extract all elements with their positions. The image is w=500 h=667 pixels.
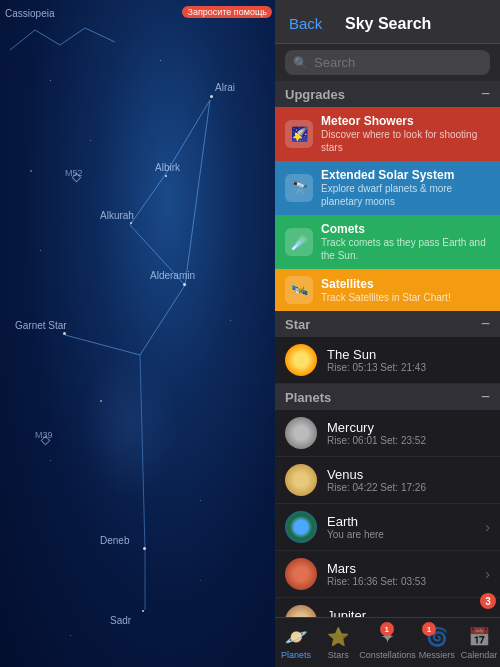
section-header-star: Star − [275,311,500,337]
sun-sub: Rise: 05:13 Set: 21:43 [327,362,490,373]
star-label-albirk: Albirk [155,162,180,173]
search-bar: 🔍 [275,44,500,81]
venus-name: Venus [327,467,490,482]
svg-line-3 [185,100,210,285]
back-button[interactable]: Back [285,13,326,34]
list-item-jupiter[interactable]: Jupiter Rise: 08:36 Set: 01:22 › [275,598,500,617]
jupiter-name: Jupiter [327,608,475,617]
earth-sub: You are here [327,529,475,540]
bottom-badge: 3 [480,593,496,609]
earth-icon [285,511,317,543]
star-label-alkurah: Alkurah [100,210,134,221]
upgrade-satellites-icon: 🛰️ [285,276,313,304]
mars-icon [285,558,317,590]
tab-calendar-label: Calendar [461,650,498,660]
tab-constellations[interactable]: ✦ 1 Constellations [359,618,416,667]
mercury-icon [285,417,317,449]
svg-line-4 [140,285,185,355]
search-icon: 🔍 [293,56,308,70]
sun-name: The Sun [327,347,490,362]
section-header-upgrades: Upgrades − [275,81,500,107]
section-collapse-star[interactable]: − [481,316,490,332]
venus-sub: Rise: 04:22 Set: 17:26 [327,482,490,493]
section-collapse-upgrades[interactable]: − [481,86,490,102]
upgrade-meteor-desc: Discover where to look for shooting star… [321,128,490,154]
list-item-mars[interactable]: Mars Rise: 16:36 Set: 03:53 › [275,551,500,598]
tab-planets-icon: 🪐 [285,626,307,648]
svg-line-1 [130,175,165,225]
obj-label-cassiopeia: Cassiopeia [5,8,54,19]
star-label-sadr: Sadr [110,615,131,626]
earth-name: Earth [327,514,475,529]
star-label-deneb: Deneb [100,535,129,546]
section-title-star: Star [285,317,310,332]
star-label-alderamin: Alderamin [150,270,195,281]
upgrade-solar-icon: 🔭 [285,174,313,202]
earth-chevron: › [485,519,490,535]
upgrade-meteor[interactable]: 🌠 Meteor Showers Discover where to look … [275,107,500,161]
mercury-name: Mercury [327,420,490,435]
list-item-sun[interactable]: The Sun Rise: 05:13 Set: 21:43 [275,337,500,384]
section-header-planets: Planets − [275,384,500,410]
tab-stars-icon: ⭐ [327,626,349,648]
star-label-garnet: Garnet Star [15,320,67,331]
tab-messiers-badge: 1 [422,622,436,636]
star-map: Alrai Albirk Alkurah Alderamin Garnet St… [0,0,280,667]
search-input-wrap[interactable]: 🔍 [285,50,490,75]
upgrade-comets-name: Comets [321,222,490,236]
upgrade-solar-desc: Explore dwarf planets & more planetary m… [321,182,490,208]
tab-messiers[interactable]: 🌀 1 Messiers [416,618,458,667]
header: Back Sky Search [275,0,500,44]
upgrade-solar[interactable]: 🔭 Extended Solar System Explore dwarf pl… [275,161,500,215]
sky-panel: Back Sky Search 🔍 Upgrades − 🌠 Meteor Sh… [275,0,500,667]
jupiter-chevron: › [485,613,490,617]
mars-chevron: › [485,566,490,582]
venus-icon [285,464,317,496]
tab-calendar[interactable]: 📅 Calendar [458,618,500,667]
jupiter-icon [285,605,317,617]
mars-name: Mars [327,561,475,576]
section-title-upgrades: Upgrades [285,87,345,102]
upgrade-solar-name: Extended Solar System [321,168,490,182]
upgrade-satellites-desc: Track Satellites in Star Chart! [321,291,451,304]
tab-planets[interactable]: 🪐 Planets [275,618,317,667]
list-item-earth[interactable]: Earth You are here › [275,504,500,551]
tab-constellations-badge: 1 [380,622,394,636]
section-collapse-planets[interactable]: − [481,389,490,405]
list-item-venus[interactable]: Venus Rise: 04:22 Set: 17:26 [275,457,500,504]
content-scroll[interactable]: Upgrades − 🌠 Meteor Showers Discover whe… [275,81,500,617]
tab-stars-label: Stars [328,650,349,660]
tab-planets-label: Planets [281,650,311,660]
upgrade-comets-desc: Track comets as they pass Earth and the … [321,236,490,262]
upgrade-comets-icon: ☄️ [285,228,313,256]
tab-calendar-icon: 📅 [468,626,490,648]
mars-sub: Rise: 16:36 Set: 03:53 [327,576,475,587]
list-item-mercury[interactable]: Mercury Rise: 06:01 Set: 23:52 [275,410,500,457]
section-title-planets: Planets [285,390,331,405]
star-label-alrai: Alrai [215,82,235,93]
sun-icon [285,344,317,376]
panel-title: Sky Search [326,15,450,33]
upgrade-satellites-name: Satellites [321,277,451,291]
map-notification: Запросите помощь [182,6,272,18]
tab-constellations-label: Constellations [359,650,416,660]
tab-stars[interactable]: ⭐ Stars [317,618,359,667]
upgrade-satellites[interactable]: 🛰️ Satellites Track Satellites in Star C… [275,269,500,311]
mercury-sub: Rise: 06:01 Set: 23:52 [327,435,490,446]
upgrade-comets[interactable]: ☄️ Comets Track comets as they pass Eart… [275,215,500,269]
tab-bar: 🪐 Planets ⭐ Stars ✦ 1 Constellations 🌀 1… [275,617,500,667]
tab-messiers-label: Messiers [419,650,455,660]
search-input[interactable] [314,55,482,70]
upgrade-meteor-name: Meteor Showers [321,114,490,128]
upgrade-meteor-icon: 🌠 [285,120,313,148]
